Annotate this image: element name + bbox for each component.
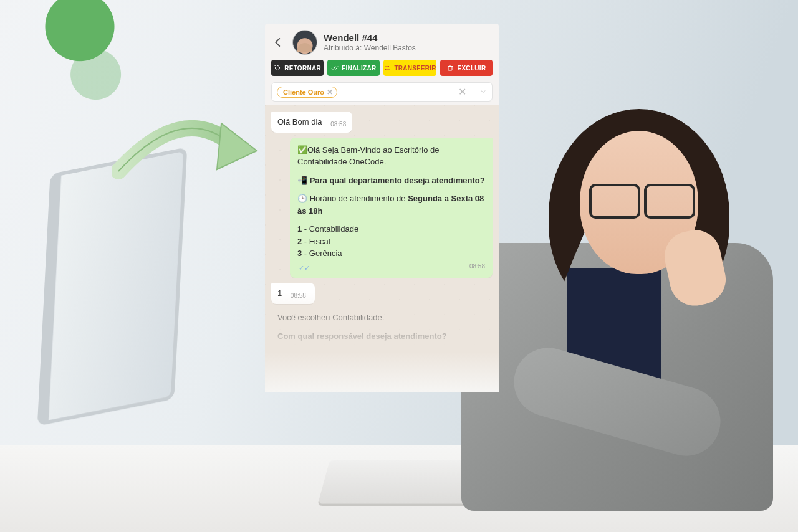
- chosen-line: Você escolheu Contabilidade.: [277, 311, 467, 324]
- chevron-left-icon: [272, 37, 284, 48]
- contact-avatar[interactable]: [292, 30, 317, 55]
- computer-monitor: [37, 147, 188, 426]
- check-all-icon: [331, 64, 339, 72]
- return-label: RETORNAR: [284, 65, 321, 72]
- read-ticks-icon: ✓✓: [299, 264, 310, 272]
- opt2-text: - Fiscal: [302, 237, 330, 246]
- tag-chip-label: Cliente Ouro: [283, 88, 324, 96]
- chat-header: Wendell #44 Atribuído à: Wendell Bastos: [265, 24, 499, 60]
- chevron-down-icon: [479, 88, 487, 95]
- transfer-label: TRANSFERIR: [394, 65, 436, 72]
- finish-label: FINALIZAR: [342, 65, 376, 72]
- message-text: Olá Bom dia: [277, 117, 322, 126]
- message-outgoing: ✅Olá Seja Bem-Vindo ao Escritório de Con…: [290, 138, 493, 278]
- message-time: 08:58: [469, 262, 485, 271]
- responsible-opt1: 1 - Wendell Bastos: [277, 349, 467, 361]
- welcome-line: ✅Olá Seja Bem-Vindo ao Escritório de Con…: [297, 144, 485, 168]
- undo-icon: [274, 64, 281, 72]
- swap-icon: [383, 64, 391, 72]
- messages-area[interactable]: Olá Bom dia 08:58 ✅Olá Seja Bem-Vindo ao…: [265, 105, 499, 392]
- contact-title: Wendell #44: [324, 32, 416, 44]
- curved-arrow-icon: [112, 112, 262, 187]
- svg-rect-0: [448, 67, 452, 71]
- phone-icon: 📲: [297, 176, 307, 185]
- delete-button[interactable]: EXCLUIR: [440, 60, 493, 76]
- clear-tags-button[interactable]: ✕: [456, 86, 469, 98]
- opt3-text: - Gerência: [302, 249, 342, 258]
- hours-pre: Horário de atendimento de: [310, 194, 408, 203]
- message-text: 1: [277, 288, 282, 298]
- opt1-text: - Contabilidade: [302, 224, 358, 234]
- message-time: 08:58: [291, 292, 306, 299]
- clock-icon: 🕒: [297, 194, 307, 203]
- department-question: Para qual departamento deseja atendiment…: [310, 176, 485, 185]
- responsible-question: Com qual responsável deseja atendimento?: [277, 331, 447, 341]
- tag-input[interactable]: Cliente Ouro ✕ ✕: [271, 82, 493, 102]
- finish-button[interactable]: FINALIZAR: [327, 60, 380, 76]
- trash-icon: [446, 64, 454, 72]
- contact-subtitle: Atribuído à: Wendell Bastos: [324, 44, 416, 52]
- return-button[interactable]: RETORNAR: [271, 60, 324, 76]
- tags-dropdown-toggle[interactable]: [474, 87, 487, 98]
- action-row: RETORNAR FINALIZAR TRANSFERIR EXCLUIR: [265, 60, 499, 82]
- delete-label: EXCLUIR: [457, 65, 486, 72]
- message-time: 08:58: [330, 121, 346, 128]
- chat-panel: Wendell #44 Atribuído à: Wendell Bastos …: [265, 24, 499, 392]
- back-button[interactable]: [270, 34, 286, 50]
- scene-background: Wendell #44 Atribuído à: Wendell Bastos …: [0, 0, 798, 532]
- message-outgoing-faded: Você escolheu Contabilidade. Com qual re…: [271, 309, 471, 361]
- message-incoming: Olá Bom dia 08:58: [271, 112, 352, 133]
- tag-chip-cliente-ouro[interactable]: Cliente Ouro ✕: [277, 87, 337, 98]
- message-incoming: 1 08:58: [271, 283, 315, 304]
- tag-chip-remove[interactable]: ✕: [327, 88, 333, 96]
- transfer-button[interactable]: TRANSFERIR: [383, 60, 436, 76]
